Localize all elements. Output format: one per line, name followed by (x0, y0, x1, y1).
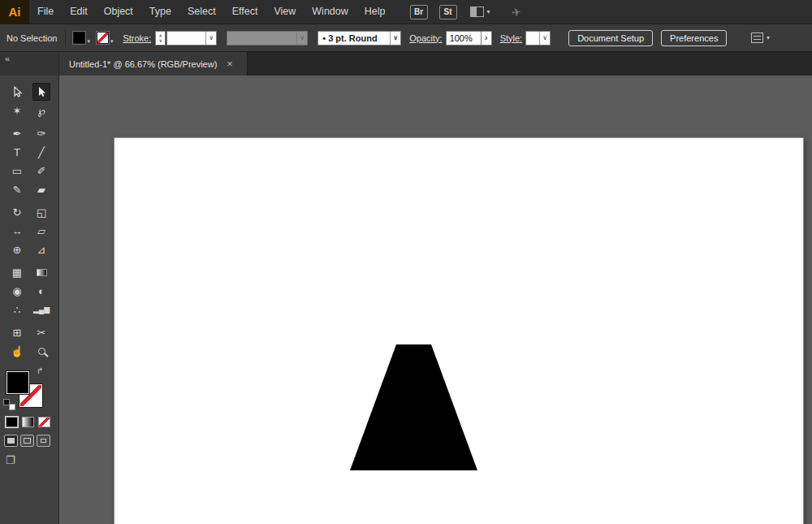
stock-button[interactable]: St (439, 5, 457, 19)
panel-collapse-button[interactable]: « (0, 52, 58, 76)
menu-edit[interactable]: Edit (62, 0, 96, 24)
line-segment-icon: ╱ (38, 147, 45, 158)
rotate-icon: ↻ (13, 207, 22, 218)
magic-wand-icon: ✶ (13, 106, 22, 116)
slice-icon: ✂ (37, 327, 46, 338)
close-tab-icon[interactable]: × (227, 58, 233, 69)
draw-inside-button[interactable] (37, 435, 50, 447)
direct-selection-tool[interactable] (32, 83, 50, 101)
document-tab-title: Untitled-1* @ 66.67% (RGB/Preview) (69, 59, 217, 69)
rotate-tool[interactable]: ↻ (8, 203, 26, 221)
pen-tool[interactable]: ✒ (8, 124, 26, 142)
perspective-grid-tool[interactable]: ⊿ (32, 240, 50, 258)
zoom-tool[interactable] (32, 342, 50, 360)
default-fill-stroke-icon[interactable] (3, 399, 15, 410)
gradient-button[interactable] (22, 417, 34, 427)
symbol-sprayer-tool[interactable]: ∴ (8, 301, 26, 318)
menu-type[interactable]: Type (141, 0, 179, 24)
menu-effect[interactable]: Effect (224, 0, 266, 24)
column-graph-icon: ▂▄▆ (33, 306, 50, 314)
tools-panel: « ✶ ℘ ✒ ✑ T ╱ ▭ ✐ ✎ ▰ (0, 52, 59, 524)
scale-icon: ◱ (37, 207, 46, 218)
mesh-tool[interactable]: ▦ (8, 263, 26, 281)
canvas-pasteboard[interactable] (59, 76, 812, 524)
shaper-tool[interactable]: ✎ (8, 180, 26, 198)
stroke-weight-dropdown[interactable]: ∨ (166, 31, 217, 45)
selection-tool[interactable] (8, 83, 26, 101)
selection-cursor-icon (11, 86, 23, 97)
brush-definition-dropdown[interactable]: • 3 pt. Round ∨ (317, 31, 401, 45)
opacity-label[interactable]: Opacity: (409, 33, 442, 43)
width-icon: ↔ (12, 226, 23, 236)
rectangle-tool[interactable]: ▭ (8, 162, 26, 180)
document-tab-bar: Untitled-1* @ 66.67% (RGB/Preview) × (59, 52, 812, 76)
fill-color-swatch[interactable] (73, 32, 85, 44)
menu-select[interactable]: Select (179, 0, 224, 24)
free-transform-icon: ▱ (37, 226, 45, 236)
type-tool[interactable]: T (8, 143, 26, 161)
draw-normal-button[interactable] (4, 435, 18, 447)
fill-swatch[interactable] (6, 371, 29, 394)
hand-tool[interactable]: ☝ (8, 342, 26, 360)
line-segment-tool[interactable]: ╱ (32, 143, 50, 161)
eyedropper-tool[interactable]: ◉ (8, 282, 26, 300)
paintbrush-tool[interactable]: ✐ (32, 162, 50, 180)
menu-object[interactable]: Object (96, 0, 141, 24)
free-transform-tool[interactable]: ▱ (32, 222, 50, 240)
menu-window[interactable]: Window (304, 0, 356, 24)
document-tab[interactable]: Untitled-1* @ 66.67% (RGB/Preview) × (59, 52, 248, 76)
stroke-color-swatch[interactable] (97, 32, 109, 44)
combo-arrow-icon[interactable]: ∨ (390, 32, 400, 45)
lasso-tool[interactable]: ℘ (32, 102, 50, 119)
menu-view[interactable]: View (266, 0, 304, 24)
curvature-icon: ✑ (37, 128, 46, 139)
align-options-icon[interactable] (751, 32, 763, 43)
stroke-weight-stepper[interactable]: ∧ ∨ (155, 31, 166, 45)
artboard[interactable] (114, 137, 804, 524)
shape-builder-tool[interactable]: ⊕ (8, 240, 26, 258)
screen-mode-button[interactable]: ❐ (0, 454, 58, 466)
combo-arrow-icon[interactable]: ∨ (296, 32, 307, 45)
width-profile-dropdown[interactable]: ∨ (227, 31, 308, 45)
slice-tool[interactable]: ✂ (32, 323, 50, 341)
scale-tool[interactable]: ◱ (32, 203, 50, 221)
menu-help[interactable]: Help (356, 0, 394, 24)
shaper-icon: ✎ (13, 184, 22, 195)
curvature-tool[interactable]: ✑ (32, 124, 50, 142)
combo-arrow-icon[interactable]: ∨ (539, 32, 550, 45)
canvas-shape[interactable] (350, 344, 477, 470)
gradient-icon (37, 269, 47, 276)
menu-file[interactable]: File (29, 0, 62, 24)
draw-inside-icon (41, 439, 46, 443)
stroke-weight-label[interactable]: Stroke: (123, 33, 151, 43)
draw-normal-icon (7, 438, 15, 444)
opacity-expand-button[interactable]: › (482, 31, 492, 45)
magic-wand-tool[interactable]: ✶ (8, 102, 26, 119)
blend-tool[interactable]: ◐ (32, 282, 50, 300)
draw-behind-button[interactable] (20, 435, 34, 447)
eraser-tool[interactable]: ▰ (32, 180, 50, 198)
style-dropdown[interactable]: ∨ (525, 31, 551, 45)
color-button[interactable] (6, 417, 18, 427)
swap-fill-stroke-icon[interactable]: ↱ (37, 366, 43, 375)
style-label[interactable]: Style: (500, 33, 523, 43)
arrange-documents-icon (470, 6, 484, 17)
gradient-tool[interactable] (32, 263, 50, 281)
spinner-down-icon[interactable]: ∨ (159, 38, 162, 43)
document-setup-button[interactable]: Document Setup (568, 30, 653, 46)
preferences-button[interactable]: Preferences (661, 30, 727, 46)
combo-arrow-icon[interactable]: ∨ (205, 32, 216, 45)
stroke-dropdown-icon[interactable]: ▾ (110, 38, 114, 45)
opacity-input[interactable] (446, 31, 482, 45)
hand-icon: ☝ (11, 346, 24, 357)
share-icon[interactable]: ✈ (510, 5, 521, 19)
column-graph-tool[interactable]: ▂▄▆ (32, 301, 50, 318)
artboard-tool[interactable]: ⊞ (8, 323, 26, 341)
chevron-down-icon: ▾ (487, 8, 490, 15)
bridge-button[interactable]: Br (410, 5, 428, 19)
arrange-documents-button[interactable]: ▾ (470, 6, 490, 17)
none-button[interactable] (38, 417, 50, 427)
width-tool[interactable]: ↔ (8, 222, 26, 240)
fill-dropdown-icon[interactable]: ▾ (87, 38, 90, 45)
chevron-down-icon[interactable]: ▾ (767, 34, 770, 41)
